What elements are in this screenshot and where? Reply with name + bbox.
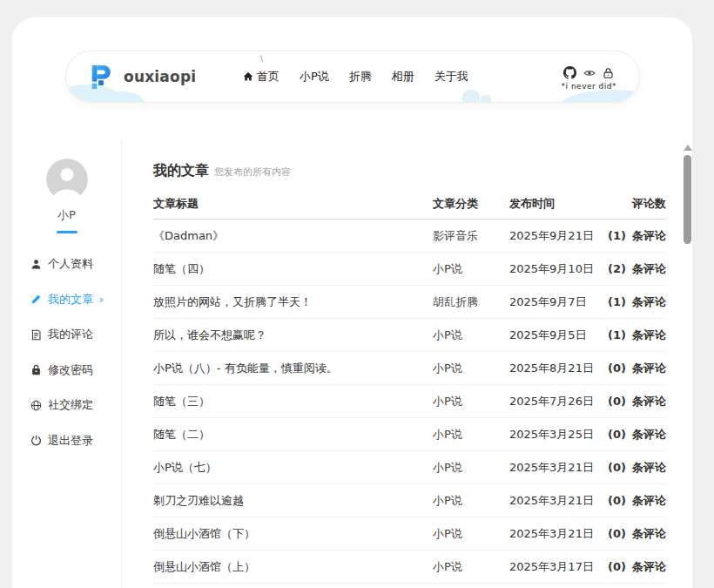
comment-label: 条评论 <box>632 295 666 308</box>
logout-icon <box>30 435 42 446</box>
article-title[interactable]: 倒悬山小酒馆（上） <box>153 559 433 575</box>
header-title: 文章标题 <box>153 196 433 212</box>
article-title[interactable]: 随笔（四） <box>153 261 433 277</box>
article-title[interactable]: 小P说（八）- 有负能量，慎重阅读。 <box>153 361 433 376</box>
password-icon <box>30 364 42 375</box>
article-comments[interactable]: (0)条评论 <box>601 460 666 476</box>
cloud-decoration <box>481 95 491 102</box>
article-date: 2025年8月21日 <box>509 361 601 376</box>
nav-item-4[interactable]: 关于我 <box>434 69 468 84</box>
article-comments[interactable]: (0)条评论 <box>601 394 666 409</box>
article-category: 小P说 <box>433 460 509 476</box>
article-category: 小P说 <box>433 526 509 542</box>
title-row: 我的文章 您发布的所有内容 <box>153 162 666 180</box>
sidebar-item-0[interactable]: 个人资料 <box>12 247 121 282</box>
sidebar-item-label: 个人资料 <box>48 256 93 272</box>
lock-icon[interactable] <box>603 67 614 79</box>
comment-label: 条评论 <box>632 560 666 573</box>
article-date: 2025年3月25日 <box>509 427 601 443</box>
nav-item-2[interactable]: 折腾 <box>349 69 372 84</box>
nav-item-1[interactable]: 小P说 <box>300 69 329 84</box>
article-date: 2025年9月5日 <box>509 328 601 343</box>
table-row: 随笔（三）小P说2025年7月26日(0)条评论 <box>153 385 666 418</box>
article-comments[interactable]: (0)条评论 <box>601 493 666 509</box>
sidebar-item-5[interactable]: 退出登录 <box>12 423 121 459</box>
article-category: 小P说 <box>433 427 509 443</box>
article-category: 小P说 <box>433 361 509 376</box>
comment-label: 条评论 <box>632 229 666 242</box>
pen-icon <box>30 294 42 305</box>
comment-count: (0) <box>608 428 626 441</box>
sidebar-item-label: 社交绑定 <box>48 397 93 413</box>
article-category: 影评音乐 <box>433 228 509 244</box>
nav-item-3[interactable]: 相册 <box>392 69 414 84</box>
sidebar-menu: 个人资料我的文章›我的评论修改密码社交绑定退出登录 <box>12 247 121 458</box>
nav-item-0[interactable]: 首页 <box>243 69 280 84</box>
header-date: 发布时间 <box>509 196 601 212</box>
sidebar-item-4[interactable]: 社交绑定 <box>12 388 121 423</box>
article-category: 小P说 <box>433 493 509 509</box>
logo-icon <box>88 64 115 91</box>
github-icon[interactable] <box>563 66 576 79</box>
scrollbar-up-arrow[interactable] <box>684 145 692 151</box>
table-row: 倒悬山小酒馆（上）小P说2025年3月17日(0)条评论 <box>153 551 666 584</box>
nav-icons <box>563 66 614 79</box>
comment-count: (2) <box>608 262 626 275</box>
eye-icon[interactable] <box>583 67 596 79</box>
brand[interactable]: ouxiaopi <box>88 64 196 91</box>
article-title[interactable]: 所以，谁会不想赢呢？ <box>153 328 433 343</box>
article-category: 胡乱折腾 <box>433 294 509 310</box>
article-comments[interactable]: (1)条评论 <box>601 294 666 310</box>
article-category: 小P说 <box>433 559 509 575</box>
scrollbar-thumb[interactable] <box>684 155 691 244</box>
article-title[interactable]: 随笔（三） <box>153 394 433 409</box>
nav-item-label: 关于我 <box>434 69 468 84</box>
accent-divider <box>57 231 77 233</box>
main-panel: 我的文章 您发布的所有内容 文章标题 文章分类 发布时间 评论数 《Dadman… <box>122 139 692 588</box>
sidebar-item-label: 修改密码 <box>48 362 93 378</box>
nav-item-label: 折腾 <box>349 69 372 84</box>
article-date: 2025年9月21日 <box>509 228 601 244</box>
table-row: 放照片的网站，又折腾了半天！胡乱折腾2025年9月7日(1)条评论 <box>153 286 666 319</box>
article-date: 2025年3月17日 <box>509 559 601 575</box>
sidebar-item-2[interactable]: 我的评论 <box>12 317 121 353</box>
nav-item-label: 小P说 <box>300 69 329 84</box>
article-title[interactable]: 随笔（二） <box>153 427 433 443</box>
main-card: ⌇ ouxiaopi 首页小P说折腾相册关于我 <box>12 17 692 588</box>
username: 小P <box>57 207 76 223</box>
sidebar-item-1[interactable]: 我的文章› <box>12 282 121 318</box>
comment-count: (1) <box>608 328 626 341</box>
comment-count: (0) <box>608 395 626 408</box>
table-row: 剃刀之刃难以逾越小P说2025年3月21日(0)条评论 <box>153 484 666 517</box>
article-category: 小P说 <box>433 394 509 409</box>
article-comments[interactable]: (1)条评论 <box>601 328 666 343</box>
sidebar-item-label: 我的文章 <box>48 292 93 308</box>
article-comments[interactable]: (0)条评论 <box>601 526 666 542</box>
nav-items: 首页小P说折腾相册关于我 <box>243 51 468 102</box>
chevron-right-icon: › <box>99 293 104 306</box>
nav-item-label: 首页 <box>257 69 280 84</box>
article-category: 小P说 <box>433 328 509 343</box>
article-title[interactable]: 剃刀之刃难以逾越 <box>153 493 433 509</box>
comment-count: (0) <box>608 362 626 375</box>
home-icon <box>243 71 253 82</box>
article-comments[interactable]: (0)条评论 <box>601 427 666 443</box>
comment-count: (1) <box>608 295 626 308</box>
comment-label: 条评论 <box>632 395 666 408</box>
article-title[interactable]: 《Dadman》 <box>153 228 433 244</box>
comment-count: (1) <box>608 229 626 242</box>
article-title[interactable]: 小P说（七） <box>153 460 433 476</box>
article-comments[interactable]: (0)条评论 <box>601 559 666 575</box>
article-title[interactable]: 倒悬山小酒馆（下） <box>153 526 433 542</box>
article-title[interactable]: 放照片的网站，又折腾了半天！ <box>153 294 433 310</box>
article-comments[interactable]: (2)条评论 <box>601 261 666 277</box>
sidebar-item-3[interactable]: 修改密码 <box>12 353 121 389</box>
table-row: 倒悬山小酒馆（下）小P说2025年3月21日(0)条评论 <box>153 517 666 551</box>
table-row: 随笔（二）小P说2025年3月25日(0)条评论 <box>153 418 666 451</box>
comment-count: (0) <box>608 494 626 507</box>
table-row: 所以，谁会不想赢呢？小P说2025年9月5日(1)条评论 <box>153 319 666 352</box>
comment-label: 条评论 <box>632 461 666 474</box>
article-comments[interactable]: (0)条评论 <box>601 361 666 376</box>
table-row: 随笔（四）小P说2025年9月10日(2)条评论 <box>153 253 666 286</box>
article-comments[interactable]: (1)条评论 <box>601 228 666 244</box>
